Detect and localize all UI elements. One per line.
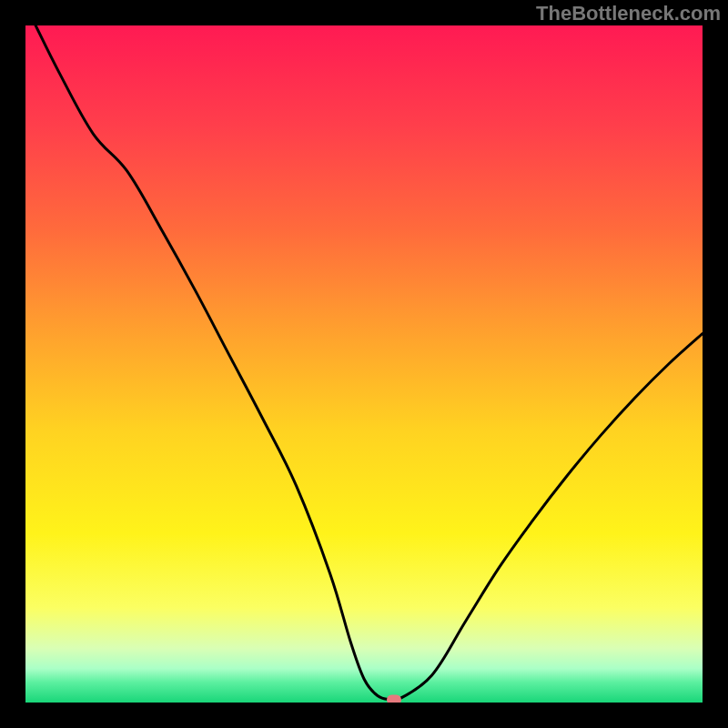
chart-background (25, 25, 703, 703)
watermark-text: TheBottleneck.com (536, 2, 721, 25)
plot-area (25, 25, 703, 703)
chart-container: TheBottleneck.com (0, 0, 728, 728)
minimum-marker (387, 695, 401, 703)
chart-svg (25, 25, 703, 703)
